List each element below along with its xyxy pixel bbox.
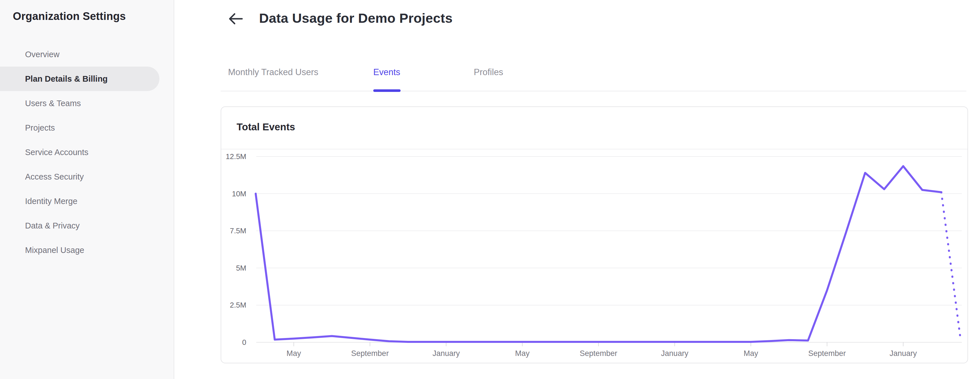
y-axis-label-10M: 10M bbox=[232, 189, 246, 198]
sidebar-item-identity-merge[interactable]: Identity Merge bbox=[0, 189, 159, 213]
page-title: Data Usage for Demo Projects bbox=[259, 10, 452, 26]
chart-title: Total Events bbox=[237, 121, 295, 133]
sidebar-nav: OverviewPlan Details & BillingUsers & Te… bbox=[0, 42, 174, 262]
total-events-line-solid bbox=[256, 166, 941, 342]
x-axis-label-may-3: May bbox=[515, 349, 530, 358]
chart-area: 02.5M5M7.5M10M12.5MMaySeptemberJanuaryMa… bbox=[221, 149, 967, 362]
y-axis-label-0: 0 bbox=[242, 338, 246, 347]
sidebar-title: Organization Settings bbox=[13, 10, 126, 22]
x-axis-label-may-0: May bbox=[286, 349, 301, 358]
sidebar-item-users-teams[interactable]: Users & Teams bbox=[0, 91, 159, 116]
back-button[interactable] bbox=[227, 10, 245, 28]
sidebar-item-access-security[interactable]: Access Security bbox=[0, 165, 159, 189]
total-events-line-chart[interactable]: 02.5M5M7.5M10M12.5MMaySeptemberJanuaryMa… bbox=[221, 149, 967, 362]
y-axis-label-7.5M: 7.5M bbox=[230, 227, 246, 235]
x-axis-label-january-2: January bbox=[433, 349, 460, 358]
sidebar-item-service-accounts[interactable]: Service Accounts bbox=[0, 140, 159, 165]
tab-monthly-tracked-users[interactable]: Monthly Tracked Users bbox=[228, 64, 318, 81]
x-axis-label-may-6: May bbox=[744, 349, 759, 358]
tab-profiles[interactable]: Profiles bbox=[474, 64, 503, 81]
sidebar-item-data-privacy[interactable]: Data & Privacy bbox=[0, 213, 159, 238]
tabs-bar: Monthly Tracked UsersEventsProfiles bbox=[221, 61, 966, 91]
app-root: Organization Settings OverviewPlan Detai… bbox=[0, 0, 980, 379]
total-events-card: Total Events 02.5M5M7.5M10M12.5MMaySepte… bbox=[221, 106, 968, 363]
total-events-line-projected-dotted bbox=[941, 192, 960, 338]
sidebar-item-plan-details-billing[interactable]: Plan Details & Billing bbox=[0, 67, 159, 91]
left-arrow-icon bbox=[228, 12, 244, 25]
x-axis-label-january-5: January bbox=[661, 349, 689, 358]
y-axis-label-5M: 5M bbox=[236, 264, 246, 272]
y-axis-label-2.5M: 2.5M bbox=[230, 301, 246, 309]
y-axis-label-12.5M: 12.5M bbox=[226, 152, 246, 161]
sidebar: Organization Settings OverviewPlan Detai… bbox=[0, 0, 174, 379]
x-axis-label-september-1: September bbox=[351, 349, 389, 358]
sidebar-item-projects[interactable]: Projects bbox=[0, 116, 159, 140]
x-axis-label-september-4: September bbox=[580, 349, 617, 358]
sidebar-item-mixpanel-usage[interactable]: Mixpanel Usage bbox=[0, 238, 159, 262]
active-tab-indicator bbox=[373, 89, 401, 92]
sidebar-item-overview[interactable]: Overview bbox=[0, 42, 159, 67]
x-axis-label-january-8: January bbox=[889, 349, 917, 358]
card-header: Total Events bbox=[221, 107, 967, 149]
tab-events[interactable]: Events bbox=[373, 64, 400, 81]
x-axis-label-september-7: September bbox=[808, 349, 846, 358]
